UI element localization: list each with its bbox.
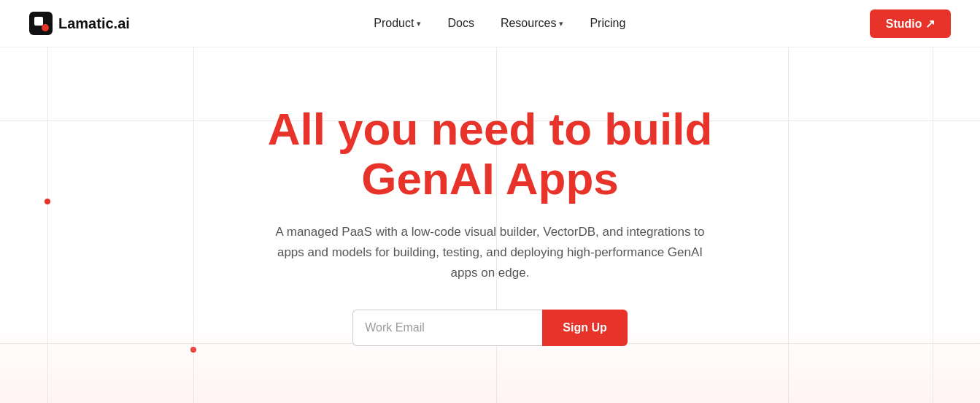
logo-icon <box>29 12 53 35</box>
logo-text: Lamatic.ai <box>58 15 130 32</box>
hero-subtitle: A managed PaaS with a low-code visual bu… <box>271 222 709 283</box>
grid-line <box>193 47 194 403</box>
hero-content: All you need to build GenAI Apps A manag… <box>253 104 728 346</box>
nav-label-resources: Resources <box>501 17 556 30</box>
grid-line <box>788 47 789 403</box>
hero-section: All you need to build GenAI Apps A manag… <box>0 47 980 403</box>
hero-title: All you need to build GenAI Apps <box>268 104 713 204</box>
nav-item-docs[interactable]: Docs <box>447 17 474 30</box>
nav-links: Product ▾ Docs Resources ▾ Pricing <box>374 17 625 30</box>
nav-label-product: Product <box>374 17 414 30</box>
logo[interactable]: Lamatic.ai <box>29 12 130 35</box>
nav-label-docs: Docs <box>447 17 474 30</box>
grid-line <box>47 47 48 403</box>
studio-button[interactable]: Studio ↗ <box>870 9 951 38</box>
email-input[interactable] <box>352 310 542 346</box>
navbar: Lamatic.ai Product ▾ Docs Resources ▾ Pr… <box>0 0 980 47</box>
nav-item-resources[interactable]: Resources ▾ <box>501 17 563 30</box>
signup-button[interactable]: Sign Up <box>542 310 627 346</box>
hero-title-line1: All you need to build <box>268 104 713 154</box>
red-dot-2 <box>190 347 196 353</box>
signup-label: Sign Up <box>563 321 606 334</box>
cta-row: Sign Up <box>268 310 713 346</box>
studio-label: Studio ↗ <box>886 17 935 31</box>
nav-item-pricing[interactable]: Pricing <box>590 17 625 30</box>
chevron-down-icon-resources: ▾ <box>559 19 563 28</box>
svg-point-2 <box>42 24 49 31</box>
nav-item-product[interactable]: Product ▾ <box>374 17 421 30</box>
svg-rect-1 <box>34 17 43 26</box>
hero-title-line2: GenAI Apps <box>361 153 619 204</box>
chevron-down-icon: ▾ <box>417 19 421 28</box>
grid-line <box>933 47 933 403</box>
nav-label-pricing: Pricing <box>590 17 625 30</box>
red-dot <box>45 199 50 204</box>
nav-right: Studio ↗ <box>870 9 951 38</box>
